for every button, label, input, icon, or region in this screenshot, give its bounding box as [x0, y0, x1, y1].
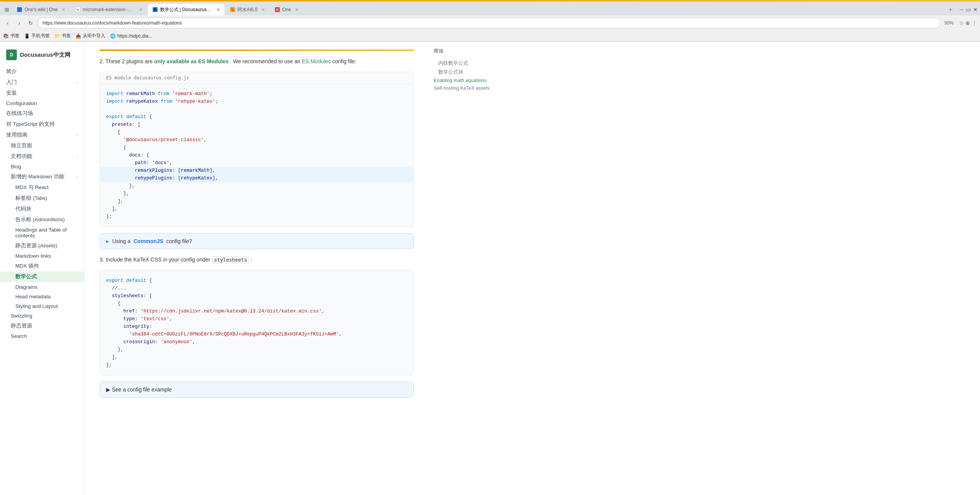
tab-nav-left[interactable]: ⊞ [2, 5, 11, 14]
step3-inline-code: stylesheets [212, 256, 249, 263]
top-highlight [100, 49, 414, 51]
bookmark-4[interactable]: 📥 从IE中导入 [75, 33, 105, 39]
collapsible-1-header[interactable]: ▶ Using a CommonJS config file? [100, 234, 413, 249]
sidebar-item-codeBlock[interactable]: 代码块 [0, 204, 84, 214]
sidebar-item-diagrams[interactable]: Diagrams [0, 282, 84, 292]
tab-close-icon[interactable]: ✕ [216, 7, 220, 12]
sidebar-item-headings[interactable]: Headings and Table of contents [0, 225, 84, 240]
tab-close-icon[interactable]: ✕ [261, 7, 265, 12]
code-line: docs: { [106, 153, 149, 158]
sidebar-item-jingTai[interactable]: 静态资源 (Assets) [0, 240, 84, 251]
sidebar-item-zaiXian[interactable]: 在线练习场 [0, 108, 84, 119]
sidebar-item-anZhuang[interactable]: 安装 [0, 88, 84, 99]
sidebar-item-label: 安装 [6, 90, 17, 97]
step3-text: 3. Include the KaTeX CSS in your config … [100, 257, 210, 263]
code-line: rehypePlugins: [rehypeKatex], [100, 174, 413, 182]
browser-tab-tab2[interactable]: Mmicromark-extension-mdx-ex...✕ [70, 4, 147, 15]
sidebar-item-xinzeng[interactable]: 新增的 Markdown 功能› [0, 171, 84, 182]
sidebar-item-swizzling[interactable]: Swizzling [0, 311, 84, 321]
sidebar-item-tabs[interactable]: 标签组 (Tabs) [0, 193, 84, 204]
sidebar-item-label: 代码块 [15, 206, 31, 212]
step2-middle: . We recommended to use an [230, 58, 300, 64]
step3-end: : [251, 257, 252, 263]
bookmark-3[interactable]: 📁 书签 [54, 33, 71, 39]
sidebar-item-search[interactable]: Search [0, 331, 84, 341]
sidebar-item-label: Diagrams [15, 284, 38, 290]
collapsible-1-link: CommonJS [133, 238, 163, 244]
sidebar-item-blog[interactable]: Blog [0, 162, 84, 171]
sidebar: D Docusaurus中文网 简介入门›安装Configuration在线练习… [0, 42, 84, 495]
browser-tab-tab5[interactable]: 🎯One✕ [270, 4, 303, 15]
code-line: { [106, 301, 121, 306]
collapsible-2-header[interactable]: ▶ See a config file example [100, 382, 413, 397]
code-block-2: export default { //... stylesheets: [ { … [100, 270, 414, 375]
forward-button[interactable]: › [15, 18, 24, 28]
sidebar-item-label: Headings and Table of contents [15, 227, 78, 238]
url-text: https://www.docusaurus.cn/docs/markdown-… [43, 20, 182, 26]
sidebar-item-configuration[interactable]: Configuration [0, 99, 84, 108]
code-line: '@docusaurus/preset-classic', [106, 137, 207, 143]
browser-tab-tab3[interactable]: 数数学公式 | Docusaurus中文文...✕ [148, 4, 225, 15]
sidebar-item-styling[interactable]: Styling and Layout [0, 301, 84, 311]
sidebar-item-mdxReact[interactable]: MDX 与 React [0, 182, 84, 193]
code-line: href: 'https://cdn.jsdelivr.net/npm/kate… [106, 309, 324, 314]
toc-items-container: 内联数学公式数学公式块Enabling math equationsSelf-h… [434, 59, 501, 92]
step2-link2[interactable]: ES Modules [302, 58, 331, 64]
sidebar-item-headMeta[interactable]: Head metadata [0, 292, 84, 301]
code-line: remarkPlugins: [remarkMath], [100, 167, 413, 174]
browser-tab-tab1[interactable]: mOne's wiki | One✕ [12, 4, 70, 15]
sidebar-item-mdLinks[interactable]: Markdown links [0, 251, 84, 261]
close-button[interactable]: ✕ [973, 7, 978, 13]
minimize-button[interactable]: ─ [960, 7, 964, 13]
menu-button[interactable]: ⋮ [972, 20, 977, 26]
sidebar-item-label: Blog [11, 164, 21, 169]
code-block-1: ES module docusaurus.config.js import re… [100, 72, 414, 227]
step2-link1[interactable]: only available as ES Modules [154, 58, 229, 64]
bookmark-2[interactable]: 📱 手机书签 [24, 33, 50, 39]
app-layout: D Docusaurus中文网 简介入门›安装Configuration在线练习… [0, 42, 980, 495]
sidebar-item-admonitions[interactable]: 告示框 (Admonitions) [0, 214, 84, 225]
tab-close-icon[interactable]: ✕ [62, 7, 65, 12]
toc-item-toc2[interactable]: 数学公式块 [434, 68, 501, 77]
sidebar-item-ruMen[interactable]: 入门› [0, 77, 84, 88]
sidebar-item-mdxPlugin[interactable]: MDX 插件 [0, 261, 84, 271]
tab-close-icon[interactable]: ✕ [139, 7, 143, 12]
sidebar-item-label: 数学公式 [15, 273, 37, 280]
bookmark-star-icon[interactable]: ☆ [959, 20, 964, 26]
browser-tab-tab4[interactable]: 🔖阿水AI6.0✕ [225, 4, 269, 15]
back-button[interactable]: ‹ [3, 18, 12, 28]
tab-close-icon[interactable]: ✕ [295, 7, 298, 12]
main-content: 2. These 2 plugins are only available as… [84, 42, 429, 495]
sidebar-item-shiyong[interactable]: 使用指南› [0, 130, 84, 140]
reload-button[interactable]: ↻ [26, 18, 35, 28]
new-tab-button[interactable]: ＋ [945, 4, 956, 15]
sidebar-logo[interactable]: D Docusaurus中文网 [0, 46, 84, 66]
sidebar-item-jianJie[interactable]: 简介 [0, 66, 84, 77]
sidebar-item-duli[interactable]: 独立页面 [0, 140, 84, 151]
toc-item-toc1[interactable]: 内联数学公式 [434, 59, 501, 68]
bookmark-1[interactable]: 📚 书签 [3, 33, 20, 39]
sidebar-item-wendang[interactable]: 文档功能› [0, 151, 84, 162]
sidebar-item-label: MDX 与 React [15, 184, 49, 191]
code-line: crossorigin: 'anonymous', [106, 339, 195, 345]
tab-favicon: m [17, 7, 22, 12]
code-line: }; [106, 214, 112, 219]
sidebar-item-typescript[interactable]: 对 TypeScript 的支持 [0, 119, 84, 130]
logo-text: Docusaurus中文网 [20, 51, 70, 59]
sidebar-item-label: 标签组 (Tabs) [15, 195, 47, 202]
bookmarks-bar: 📚 书签 📱 手机书签 📁 书签 📥 从IE中导入 🌐 https://sdpc… [0, 31, 980, 41]
code-block-1-header: ES module docusaurus.config.js [100, 72, 413, 84]
tab-favicon: 数 [152, 7, 158, 12]
sidebar-item-mathEq[interactable]: 数学公式 [0, 271, 84, 282]
toc-item-toc4[interactable]: Self-hosting KaTeX assets [434, 84, 501, 92]
restore-button[interactable]: ▭ [966, 7, 971, 13]
code-line: import remarkMath from 'remark-math'; [106, 91, 213, 97]
sidebar-item-label: 新增的 Markdown 功能 [11, 173, 64, 180]
toc-item-toc3[interactable]: Enabling math equations [434, 77, 501, 84]
extensions-icon[interactable]: ⊕ [965, 20, 970, 26]
bookmark-5[interactable]: 🌐 https://sdpc.dia... [110, 33, 152, 39]
code-line: }, [106, 191, 129, 196]
url-input[interactable]: https://www.docusaurus.cn/docs/markdown-… [38, 18, 941, 28]
sidebar-item-jingTai2[interactable]: 静态资源 [0, 321, 84, 331]
sidebar-item-label: Search [11, 333, 27, 339]
